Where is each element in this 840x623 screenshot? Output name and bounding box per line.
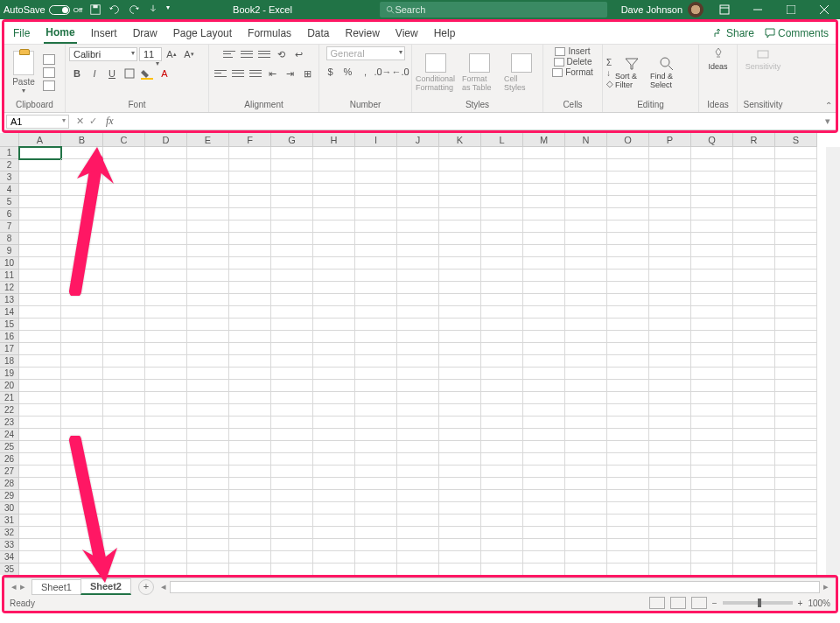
tab-page-layout[interactable]: Page Layout	[172, 24, 234, 43]
cell[interactable]	[145, 184, 187, 196]
cell[interactable]	[229, 147, 271, 159]
cell[interactable]	[439, 208, 481, 220]
row-header[interactable]: 1	[0, 147, 19, 159]
search-input[interactable]	[395, 4, 602, 15]
cell[interactable]	[565, 159, 607, 172]
cell[interactable]	[355, 490, 397, 502]
cell[interactable]	[145, 245, 187, 257]
cell[interactable]	[481, 502, 523, 514]
cell[interactable]	[607, 355, 649, 368]
cell[interactable]	[187, 147, 229, 159]
cell[interactable]	[187, 318, 229, 331]
cell[interactable]	[103, 478, 145, 490]
cell[interactable]	[733, 380, 775, 392]
cell[interactable]	[439, 294, 481, 306]
cell[interactable]	[187, 527, 229, 539]
cell[interactable]	[145, 306, 187, 318]
cell[interactable]	[691, 220, 733, 233]
row-header[interactable]: 28	[0, 478, 19, 490]
cell[interactable]	[397, 147, 439, 159]
maximize-button[interactable]	[779, 0, 803, 19]
cell[interactable]	[523, 490, 565, 502]
prev-sheet-icon[interactable]: ◂	[11, 581, 17, 592]
cell[interactable]	[439, 429, 481, 441]
cell[interactable]	[229, 429, 271, 441]
cell[interactable]	[397, 404, 439, 416]
cell[interactable]	[187, 490, 229, 502]
user-account[interactable]: Dave Johnson	[621, 2, 704, 18]
row-header[interactable]: 27	[0, 466, 19, 478]
cell[interactable]	[61, 368, 103, 380]
increase-font-icon[interactable]: A▴	[164, 46, 179, 62]
wrap-text-icon[interactable]: ↩	[291, 46, 307, 62]
cell[interactable]	[271, 159, 313, 172]
cell[interactable]	[649, 564, 691, 575]
row-header[interactable]: 26	[0, 453, 19, 466]
cell[interactable]	[355, 527, 397, 539]
cell[interactable]	[271, 380, 313, 392]
cell[interactable]	[439, 453, 481, 466]
scrollbar-track[interactable]	[170, 581, 820, 593]
cut-icon[interactable]	[43, 54, 55, 65]
cell[interactable]	[481, 551, 523, 564]
cell[interactable]	[523, 478, 565, 490]
cell[interactable]	[145, 318, 187, 331]
cell[interactable]	[355, 429, 397, 441]
cell[interactable]	[691, 527, 733, 539]
cell[interactable]	[355, 502, 397, 514]
cell[interactable]	[691, 392, 733, 404]
cell[interactable]	[19, 490, 61, 502]
paste-button[interactable]: Paste ▾	[8, 51, 39, 94]
cell[interactable]	[271, 514, 313, 527]
cell[interactable]	[145, 478, 187, 490]
cell[interactable]	[19, 220, 61, 233]
cell[interactable]	[355, 159, 397, 172]
cell[interactable]	[607, 392, 649, 404]
cell[interactable]	[481, 527, 523, 539]
cell[interactable]	[733, 208, 775, 220]
cell[interactable]	[145, 392, 187, 404]
cell[interactable]	[103, 514, 145, 527]
cell[interactable]	[271, 392, 313, 404]
cell[interactable]	[439, 331, 481, 343]
cell[interactable]	[607, 147, 649, 159]
cell[interactable]	[313, 527, 355, 539]
cell[interactable]	[649, 490, 691, 502]
row-header[interactable]: 33	[0, 539, 19, 551]
cell[interactable]	[19, 441, 61, 453]
cell[interactable]	[607, 490, 649, 502]
cell[interactable]	[481, 404, 523, 416]
cell[interactable]	[397, 490, 439, 502]
cell[interactable]	[397, 416, 439, 429]
cell[interactable]	[103, 282, 145, 294]
cell[interactable]	[733, 429, 775, 441]
cell[interactable]	[649, 233, 691, 245]
cell[interactable]	[187, 196, 229, 208]
row-header[interactable]: 13	[0, 294, 19, 306]
cell[interactable]	[649, 551, 691, 564]
cell[interactable]	[733, 368, 775, 380]
cell[interactable]	[481, 466, 523, 478]
cell[interactable]	[397, 257, 439, 270]
cell[interactable]	[691, 564, 733, 575]
cell[interactable]	[397, 306, 439, 318]
cell[interactable]	[523, 539, 565, 551]
cell[interactable]	[481, 172, 523, 184]
cell[interactable]	[523, 282, 565, 294]
cell[interactable]	[313, 392, 355, 404]
cell[interactable]	[61, 208, 103, 220]
cell[interactable]	[229, 502, 271, 514]
cell[interactable]	[565, 441, 607, 453]
column-header[interactable]: H	[313, 133, 355, 147]
cell[interactable]	[187, 392, 229, 404]
cell[interactable]	[103, 564, 145, 575]
cell[interactable]	[145, 233, 187, 245]
cell[interactable]	[103, 294, 145, 306]
cell[interactable]	[649, 172, 691, 184]
cell[interactable]	[313, 380, 355, 392]
cell[interactable]	[523, 453, 565, 466]
cell[interactable]	[439, 196, 481, 208]
cell[interactable]	[61, 257, 103, 270]
cell[interactable]	[61, 490, 103, 502]
cell[interactable]	[61, 270, 103, 282]
